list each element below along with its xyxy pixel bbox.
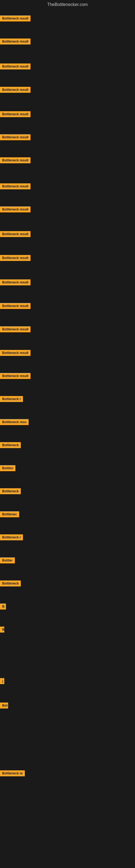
bottleneck-badge-18: Bottleneck resu — [0, 419, 29, 425]
bottleneck-item-14[interactable]: Bottleneck result — [0, 326, 31, 333]
bottleneck-item-17[interactable]: Bottleneck r — [0, 396, 23, 403]
bottleneck-item-28[interactable]: | — [0, 678, 4, 685]
bottleneck-item-7[interactable]: Bottleneck result — [0, 157, 31, 164]
bottleneck-badge-16: Bottleneck result — [0, 373, 31, 379]
bottleneck-badge-29: Bot — [0, 703, 8, 709]
bottleneck-item-16[interactable]: Bottleneck result — [0, 373, 31, 380]
bottleneck-item-1[interactable]: Bottleneck result — [0, 16, 31, 23]
bottleneck-item-2[interactable]: Bottleneck result — [0, 38, 31, 45]
bottleneck-badge-19: Bottleneck — [0, 442, 21, 448]
bottleneck-badge-17: Bottleneck r — [0, 396, 23, 402]
bottleneck-badge-3: Bottleneck result — [0, 63, 31, 69]
bottleneck-item-18[interactable]: Bottleneck resu — [0, 419, 29, 426]
bottleneck-item-20[interactable]: Bottlen — [0, 465, 15, 472]
bottleneck-badge-26: B — [0, 603, 6, 610]
bottleneck-badge-7: Bottleneck result — [0, 157, 31, 163]
bottleneck-item-15[interactable]: Bottleneck result — [0, 350, 31, 357]
bottleneck-item-3[interactable]: Bottleneck result — [0, 63, 31, 70]
bottleneck-item-9[interactable]: Bottleneck result — [0, 207, 31, 214]
bottleneck-badge-28: | — [0, 678, 4, 684]
bottleneck-item-6[interactable]: Bottleneck result — [0, 134, 31, 141]
bottleneck-badge-2: Bottleneck result — [0, 38, 31, 44]
bottleneck-badge-12: Bottleneck result — [0, 279, 31, 285]
bottleneck-item-30[interactable]: Bottleneck re — [0, 770, 25, 777]
bottleneck-item-25[interactable]: Bottleneck — [0, 581, 21, 588]
bottleneck-item-8[interactable]: Bottleneck result — [0, 183, 31, 190]
bottleneck-badge-4: Bottleneck result — [0, 87, 31, 93]
bottleneck-item-22[interactable]: Bottlenec — [0, 511, 19, 518]
bottleneck-item-29[interactable]: Bot — [0, 703, 8, 710]
bottleneck-item-24[interactable]: Bottler — [0, 557, 15, 564]
bottleneck-badge-10: Bottleneck result — [0, 231, 31, 237]
bottleneck-item-13[interactable]: Bottleneck result — [0, 303, 31, 310]
bottleneck-badge-25: Bottleneck — [0, 581, 21, 586]
bottleneck-badge-5: Bottleneck result — [0, 111, 31, 117]
bottleneck-item-11[interactable]: Bottleneck result — [0, 255, 31, 262]
bottleneck-item-21[interactable]: Bottleneck — [0, 488, 21, 495]
bottleneck-badge-11: Bottleneck result — [0, 255, 31, 261]
bottleneck-badge-23: Bottleneck r — [0, 534, 23, 540]
bottleneck-badge-21: Bottleneck — [0, 488, 21, 494]
bottleneck-item-4[interactable]: Bottleneck result — [0, 87, 31, 94]
site-header: TheBottlenecker.com — [0, 0, 135, 8]
bottleneck-badge-15: Bottleneck result — [0, 350, 31, 356]
bottleneck-badge-14: Bottleneck result — [0, 326, 31, 332]
site-title: TheBottlenecker.com — [0, 0, 135, 8]
bottleneck-badge-27: B — [0, 627, 4, 632]
bottleneck-badge-6: Bottleneck result — [0, 134, 31, 140]
bottleneck-badge-20: Bottlen — [0, 465, 15, 471]
bottleneck-badge-24: Bottler — [0, 557, 15, 563]
bottleneck-badge-13: Bottleneck result — [0, 303, 31, 309]
bottleneck-item-12[interactable]: Bottleneck result — [0, 279, 31, 286]
bottleneck-badge-22: Bottlenec — [0, 511, 19, 517]
bottleneck-badge-8: Bottleneck result — [0, 183, 31, 189]
bottleneck-item-23[interactable]: Bottleneck r — [0, 534, 23, 541]
bottleneck-item-10[interactable]: Bottleneck result — [0, 231, 31, 238]
bottleneck-item-27[interactable]: B — [0, 627, 4, 633]
bottleneck-badge-1: Bottleneck result — [0, 16, 31, 22]
bottleneck-badge-9: Bottleneck result — [0, 207, 31, 212]
bottleneck-item-26[interactable]: B — [0, 603, 6, 611]
bottleneck-item-19[interactable]: Bottleneck — [0, 442, 21, 449]
bottleneck-badge-30: Bottleneck re — [0, 770, 25, 776]
bottleneck-item-5[interactable]: Bottleneck result — [0, 111, 31, 118]
